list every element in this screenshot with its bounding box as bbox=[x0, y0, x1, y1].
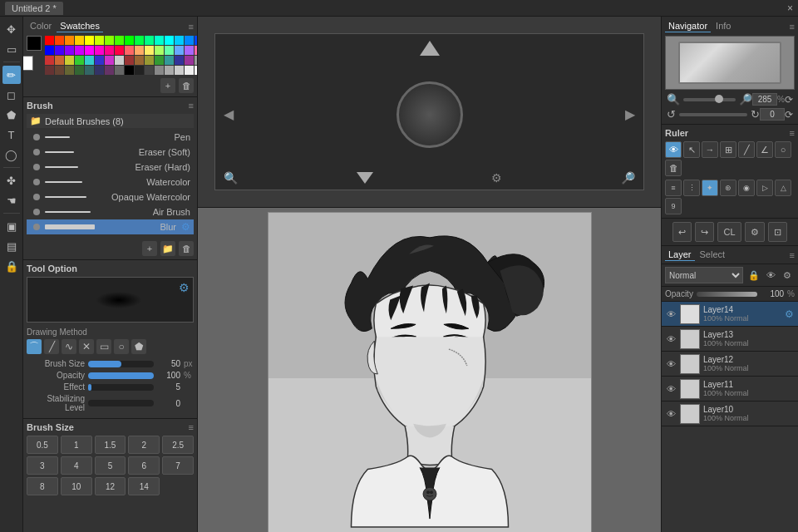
swatch-color[interactable] bbox=[55, 66, 64, 75]
ruler-cursor-btn[interactable]: ↖ bbox=[683, 141, 700, 158]
brush-size-btn[interactable]: 5 bbox=[95, 456, 126, 475]
brush-size-btn[interactable]: 12 bbox=[95, 477, 126, 495]
drawing-canvas[interactable] bbox=[268, 212, 592, 532]
swatch-color[interactable] bbox=[105, 46, 114, 55]
swatch-color[interactable] bbox=[45, 46, 54, 55]
settings-btn[interactable]: ⚙ bbox=[745, 222, 765, 242]
ruler-lines-btn[interactable]: ≡ bbox=[665, 180, 682, 196]
brush-size-btn[interactable]: 4 bbox=[61, 456, 92, 475]
swatch-color[interactable] bbox=[125, 56, 134, 65]
ruler-cross-btn[interactable]: ✦ bbox=[702, 180, 718, 196]
swatch-color[interactable] bbox=[155, 36, 164, 45]
swatch-color[interactable] bbox=[55, 56, 64, 65]
swatch-color[interactable] bbox=[65, 66, 74, 75]
close-button[interactable]: × bbox=[787, 2, 793, 14]
swatch-color[interactable] bbox=[75, 36, 84, 45]
add-brush-btn[interactable]: + bbox=[142, 241, 157, 256]
info-tab[interactable]: Info bbox=[712, 20, 734, 32]
draw-method-ellipse[interactable]: ○ bbox=[114, 339, 129, 354]
brush-size-btn[interactable]: 2.5 bbox=[162, 436, 194, 454]
brush-arrow-left[interactable]: ◀ bbox=[224, 106, 234, 122]
ruler-delete-btn[interactable]: 🗑 bbox=[665, 160, 682, 176]
draw-method-curve[interactable]: ∿ bbox=[62, 339, 76, 354]
swatch-color[interactable] bbox=[125, 66, 134, 75]
add-swatch-btn[interactable]: + bbox=[160, 78, 175, 93]
swatch-color[interactable] bbox=[55, 46, 64, 55]
brush-item[interactable]: Fingertip bbox=[27, 234, 194, 238]
title-tab[interactable]: Untitled 2 * bbox=[5, 2, 63, 15]
swatch-color[interactable] bbox=[145, 66, 154, 75]
brush-size-btn[interactable]: 1.5 bbox=[95, 436, 126, 454]
swatch-color[interactable] bbox=[85, 46, 94, 55]
swatch-color[interactable] bbox=[85, 56, 94, 65]
stabilizing-slider[interactable] bbox=[88, 400, 154, 406]
layer-visibility-btn[interactable]: 👁 bbox=[665, 383, 677, 395]
opacity-slider[interactable] bbox=[88, 372, 154, 379]
swatch-color[interactable] bbox=[185, 46, 194, 55]
swatch-color[interactable] bbox=[145, 56, 154, 65]
swatch-color[interactable] bbox=[165, 46, 174, 55]
navigator-menu[interactable]: ≡ bbox=[790, 22, 795, 32]
swatch-color[interactable] bbox=[75, 56, 84, 65]
swatch-color[interactable] bbox=[185, 36, 194, 45]
swatch-color[interactable] bbox=[135, 66, 144, 75]
select-tab[interactable]: Select bbox=[697, 249, 729, 261]
layer-blend-select[interactable]: Normal Multiply Screen Overlay bbox=[665, 267, 743, 283]
swatches-menu[interactable]: ≡ bbox=[189, 22, 194, 32]
swatch-color[interactable] bbox=[175, 56, 184, 65]
ruler-dots-btn[interactable]: ⋮ bbox=[683, 180, 700, 196]
layer-visibility-btn[interactable]: 👁 bbox=[665, 408, 677, 420]
swatch-color[interactable] bbox=[145, 36, 154, 45]
swatch-color[interactable] bbox=[185, 66, 194, 75]
brush-item[interactable]: Watercolor bbox=[27, 175, 194, 190]
brush-item[interactable]: Eraser (Soft) bbox=[27, 145, 194, 160]
expand-btn[interactable]: ⊡ bbox=[768, 222, 787, 242]
swatch-color[interactable] bbox=[115, 36, 124, 45]
brush-item[interactable]: Opaque Watercolor bbox=[27, 190, 194, 204]
swatch-color[interactable] bbox=[85, 66, 94, 75]
swatch-color[interactable] bbox=[125, 46, 134, 55]
text-tool[interactable]: T bbox=[2, 126, 21, 144]
shape-tool[interactable]: ◯ bbox=[2, 145, 21, 164]
brush-size-btn[interactable]: 8 bbox=[27, 477, 58, 495]
swatch-color[interactable] bbox=[45, 56, 54, 65]
zoom-input[interactable] bbox=[752, 93, 777, 106]
swatch-color[interactable] bbox=[95, 36, 104, 45]
swatch-color[interactable] bbox=[95, 66, 104, 75]
layer-eye-btn[interactable]: 👁 bbox=[763, 268, 778, 283]
brush-item[interactable]: Air Brush bbox=[27, 204, 194, 219]
brush-category[interactable]: 📁 Default Brushes (8) bbox=[27, 114, 194, 128]
brush-size-btn[interactable]: 2 bbox=[128, 436, 160, 454]
brush-size-btn[interactable]: 14 bbox=[128, 477, 160, 495]
ruler-arrow-btn[interactable]: → bbox=[702, 141, 718, 158]
background-color[interactable] bbox=[23, 56, 33, 71]
swatch-color[interactable] bbox=[85, 36, 94, 45]
zoom-out-icon[interactable]: 🔍 bbox=[224, 171, 238, 185]
swatch-color[interactable] bbox=[45, 36, 54, 45]
effect-slider[interactable] bbox=[88, 384, 154, 391]
brush-item[interactable]: Blur⚙ bbox=[27, 219, 194, 234]
swatch-color[interactable] bbox=[105, 66, 114, 75]
swatch-color[interactable] bbox=[135, 36, 144, 45]
swatch-color[interactable] bbox=[135, 56, 144, 65]
layer-item[interactable]: 👁Layer10100% Normal bbox=[662, 401, 798, 426]
swatch-color[interactable] bbox=[65, 46, 74, 55]
layer-gear-btn[interactable]: ⚙ bbox=[783, 308, 795, 320]
layer-visibility-btn[interactable]: 👁 bbox=[665, 358, 677, 370]
rotate-left-btn[interactable]: ↺ bbox=[667, 108, 676, 121]
ruler-eye-btn[interactable]: 👁 bbox=[665, 141, 682, 158]
foreground-color[interactable] bbox=[27, 36, 42, 51]
swatch-color[interactable] bbox=[115, 66, 124, 75]
move-tool[interactable]: ✥ bbox=[2, 20, 21, 38]
navigator-tab[interactable]: Navigator bbox=[665, 20, 711, 32]
layer-item[interactable]: 👁Layer13100% Normal bbox=[662, 327, 798, 352]
swatch-color[interactable] bbox=[175, 46, 184, 55]
swatch-color[interactable] bbox=[95, 46, 104, 55]
layer-tool-1[interactable]: ▣ bbox=[2, 217, 21, 235]
swatch-color[interactable] bbox=[145, 46, 154, 55]
rotate-input[interactable] bbox=[760, 108, 785, 121]
brush-tool[interactable]: ✏ bbox=[2, 66, 21, 84]
swatch-color[interactable] bbox=[155, 66, 164, 75]
layer-item[interactable]: 👁Layer11100% Normal bbox=[662, 377, 798, 401]
layer-tab[interactable]: Layer bbox=[665, 249, 695, 261]
